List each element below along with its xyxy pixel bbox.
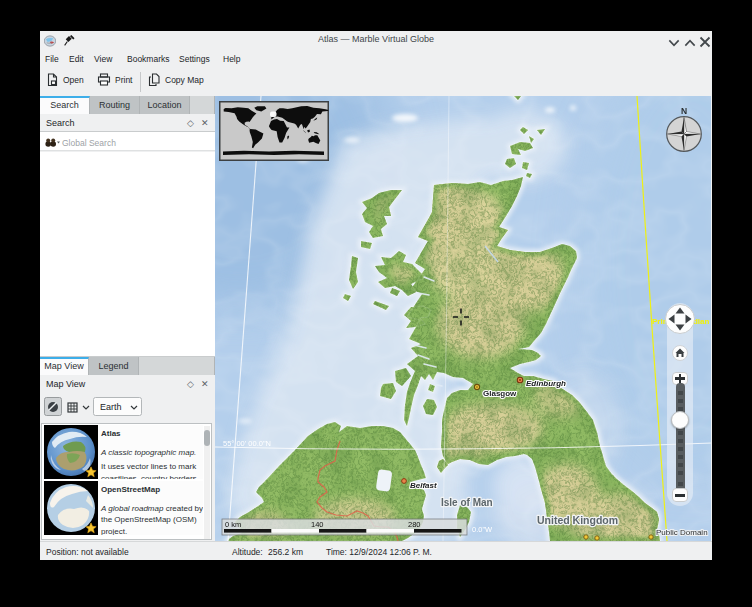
svg-text:Isle of Man: Isle of Man xyxy=(441,497,493,508)
svg-text:280: 280 xyxy=(408,520,421,529)
svg-text:55° 00' 00.0"N: 55° 00' 00.0"N xyxy=(223,439,271,448)
svg-text:Glasgow: Glasgow xyxy=(483,389,517,398)
svg-text:Public Domain: Public Domain xyxy=(656,528,708,537)
svg-text:United Kingdom: United Kingdom xyxy=(537,514,618,526)
svg-text:Belfast: Belfast xyxy=(410,481,437,490)
svg-text:0 km: 0 km xyxy=(225,520,241,529)
svg-text:N: N xyxy=(681,106,687,116)
svg-text:0.0"W: 0.0"W xyxy=(472,525,493,534)
svg-text:140: 140 xyxy=(311,520,324,529)
svg-text:Edinburgh: Edinburgh xyxy=(526,379,566,388)
